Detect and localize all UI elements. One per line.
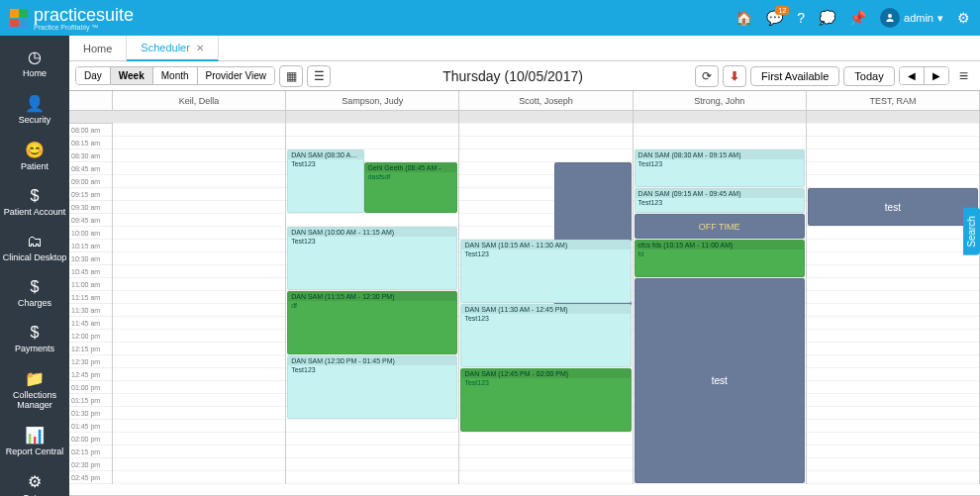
time-label: 09:30 am [69,201,112,214]
time-label: 08:15 am [69,137,112,149]
calendar-event[interactable]: DAN SAM (11:30 AM - 12:45 PM)Test123 [460,304,631,367]
menu-icon[interactable]: ≡ [953,67,974,85]
nav-icon: 🗂 [2,233,67,250]
tab-scheduler[interactable]: Scheduler✕ [127,36,219,61]
time-label: 12:30 pm [69,355,112,368]
time-label: 10:00 am [69,227,112,240]
time-label: 11:30 am [69,304,112,317]
view-week[interactable]: Week [111,67,153,84]
chat-icon[interactable]: 💭 [819,10,835,26]
topbar: practicesuite Practice Profitably ™ 🏠 💬1… [0,0,980,36]
brand-name: practicesuite [34,5,134,25]
nav-icon: $ [2,324,67,342]
avatar-icon [880,8,900,28]
close-icon[interactable]: ✕ [196,43,204,53]
calendar-event[interactable]: cfcs fds (10:15 AM - 11:00 AM)fd [635,240,805,277]
nav-item-patient-account[interactable]: $Patient Account [0,179,69,225]
tabs: HomeScheduler✕ [69,36,980,61]
view-day[interactable]: Day [76,67,111,84]
top-icons: 🏠 💬12 ? 💭 📌 admin ▾ ⚙ [735,8,970,28]
pdf-icon[interactable]: ⬇ [723,65,746,87]
nav-icon: 📁 [2,369,67,388]
calendar-event[interactable]: DAN SAM (08:30 AM -Test123 [287,149,363,213]
calendar-event[interactable]: DAN SAM (12:30 PM - 01:45 PM)Test123 [287,355,457,419]
calendar-event[interactable]: test [808,188,978,226]
time-label: 02:45 pm [69,471,112,484]
calendar-column[interactable]: test [807,111,980,484]
prev-button[interactable]: ◀ [900,67,925,84]
calendar-event[interactable]: Gehi Geeth (08:45 AM -dasfsdf [364,162,458,213]
view-provider[interactable]: Provider View [198,67,275,84]
time-label: 11:15 am [69,291,112,304]
provider-header[interactable]: Keil, Della [113,91,286,110]
time-label: 09:00 am [69,175,112,188]
left-nav: ◷Home👤Security😊Patient$Patient Account🗂C… [0,36,69,496]
next-button[interactable]: ▶ [925,67,948,84]
nav-item-charges[interactable]: $Charges [0,270,69,316]
provider-header[interactable]: Scott, Joseph [459,91,633,110]
time-label: 02:00 pm [69,433,112,446]
calendar-event[interactable]: DAN SAM (11:15 AM - 12:30 PM)df [287,291,457,354]
first-available-button[interactable]: First Available [750,66,839,86]
today-button[interactable]: Today [843,66,894,86]
time-label: 08:00 am [69,124,112,137]
user-menu[interactable]: admin ▾ [880,8,943,28]
calendar-event[interactable]: OFF TIME [635,214,805,239]
nav-item-collections-manager[interactable]: 📁Collections Manager [0,361,69,418]
nav-icon: 👤 [2,94,67,113]
time-label: 09:15 am [69,188,112,201]
time-label: 02:15 pm [69,446,112,458]
brand-logo-icon [10,9,28,27]
time-label: 11:45 am [69,317,112,330]
calendar-event[interactable]: DAN SAM (12:45 PM - 02:00 PM)Test123 [460,368,631,432]
pin-icon[interactable]: 📌 [849,10,866,26]
calendar-event[interactable]: DAN SAM (10:00 AM - 11:15 AM)Test123 [287,227,457,290]
calendar-column[interactable]: DAN SAM (10:15 AM - 11:30 AM)Test123DAN … [459,111,633,484]
brand-tagline: Practice Profitably ™ [34,24,134,31]
messages-icon[interactable]: 💬12 [766,10,783,26]
nav-item-report-central[interactable]: 📊Report Central [0,418,69,464]
help-icon[interactable]: ? [797,10,805,26]
settings-icon[interactable]: ⚙ [957,10,970,26]
tab-home[interactable]: Home [69,36,127,60]
time-label: 01:15 pm [69,394,112,407]
time-label: 02:30 pm [69,458,112,471]
nav-icon: $ [2,278,67,296]
nav-icon: ◷ [2,48,67,66]
nav-item-setup[interactable]: ⚙Setup [0,464,69,496]
nav-item-security[interactable]: 👤Security [0,86,69,133]
home-icon[interactable]: 🏠 [735,10,752,26]
grid-view-icon[interactable]: ▦ [279,65,303,87]
provider-header[interactable]: TEST, RAM [807,91,980,110]
time-label: 11:00 am [69,278,112,291]
time-label: 09:45 am [69,214,112,227]
nav-item-home[interactable]: ◷Home [0,40,69,86]
calendar-body[interactable]: 08:00 am08:15 am08:30 am08:45 am09:00 am… [69,111,980,495]
view-month[interactable]: Month [153,67,198,84]
calendar-event[interactable]: DAN SAM (09:15 AM - 09:45 AM)Test123 [635,188,805,213]
calendar-event[interactable]: test [635,278,805,483]
calendar-column[interactable]: DAN SAM (08:30 AM -Test123Gehi Geeth (08… [286,111,459,484]
time-label: 12:00 pm [69,330,112,343]
list-view-icon[interactable]: ☰ [307,65,331,87]
time-label: 12:15 pm [69,343,112,355]
main: HomeScheduler✕ Day Week Month Provider V… [69,36,980,496]
nav-item-payments[interactable]: $Payments [0,316,69,361]
calendar-column[interactable]: DAN SAM (08:30 AM - 09:15 AM)Test123DAN … [634,111,807,484]
nav-item-clinical-desktop[interactable]: 🗂Clinical Desktop [0,225,69,270]
time-label: 01:00 pm [69,381,112,394]
nav-icon: ⚙ [2,472,67,491]
search-tab[interactable]: Search [963,208,980,255]
time-label: 01:30 pm [69,407,112,420]
time-label: 10:45 am [69,265,112,278]
calendar-event[interactable]: DAN SAM (08:30 AM - 09:15 AM)Test123 [635,149,805,187]
view-segment: Day Week Month Provider View [75,66,275,85]
nav-item-patient[interactable]: 😊Patient [0,133,69,179]
time-label: 10:15 am [69,240,112,252]
calendar-event[interactable]: DAN SAM (10:15 AM - 11:30 AM)Test123 [460,240,631,303]
calendar-column[interactable] [113,111,286,484]
provider-header[interactable]: Strong, John [634,91,807,110]
provider-header[interactable]: Sampson, Judy [286,91,459,110]
refresh-icon[interactable]: ⟳ [695,65,719,87]
time-label: 08:30 am [69,149,112,162]
